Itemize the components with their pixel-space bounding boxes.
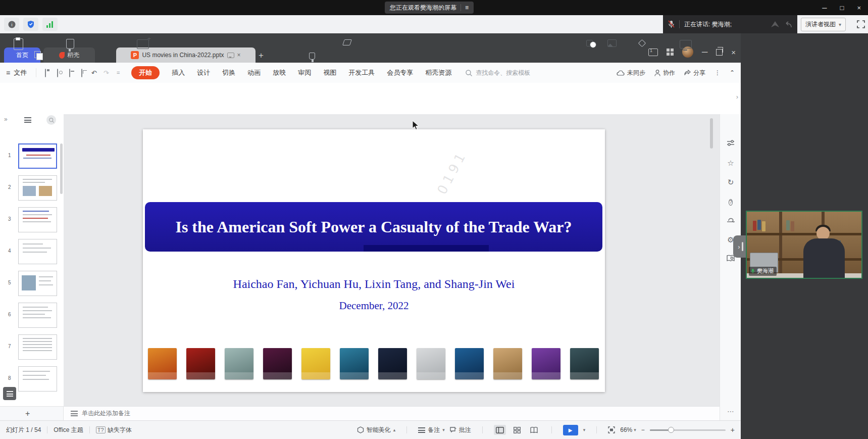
banner-menu-icon[interactable]: ≡: [465, 4, 469, 11]
panel-search-button[interactable]: [46, 115, 56, 125]
ribbon-more-icon[interactable]: ›: [736, 93, 738, 101]
slide-title-banner[interactable]: Is the American Soft Power a Casualty of…: [145, 202, 602, 252]
canvas-scrollbar[interactable]: [710, 118, 713, 149]
info-button[interactable]: i: [4, 18, 19, 31]
help-icon[interactable]: ?: [720, 197, 741, 207]
menu-transition[interactable]: 切换: [222, 68, 235, 77]
replay-loop-icon[interactable]: ↻: [720, 178, 741, 187]
slide-thumbnail-4[interactable]: [18, 239, 57, 264]
wps-minimize-icon[interactable]: ─: [702, 47, 707, 57]
comment-bubble-icon[interactable]: [227, 53, 234, 58]
fit-slide-icon[interactable]: [608, 426, 615, 433]
slide-thumbnail-5[interactable]: [18, 271, 57, 296]
customize-quickbar-icon[interactable]: =: [112, 70, 124, 76]
movie-poster-5[interactable]: [301, 348, 330, 379]
comments-button[interactable]: 批注: [450, 426, 471, 434]
menu-view[interactable]: 视图: [323, 68, 336, 77]
outline-view-icon[interactable]: [24, 117, 31, 123]
presenter-view-dropdown[interactable]: 演讲者视图 ▾: [801, 18, 846, 31]
single-component-icon[interactable]: [648, 48, 658, 56]
menu-insert[interactable]: 插入: [172, 68, 185, 77]
strip-more-icon[interactable]: ⋯: [720, 407, 741, 415]
normal-view-button[interactable]: [494, 425, 506, 435]
menu-animation[interactable]: 动画: [247, 68, 261, 77]
save-icon[interactable]: [39, 69, 52, 77]
slide-authors[interactable]: Haichao Fan, Yichuan Hu, Lixin Tang, and…: [143, 277, 605, 291]
smart-beautify-button[interactable]: 智能美化 ▴: [357, 426, 396, 434]
export-icon[interactable]: [52, 69, 64, 77]
collaborate-button[interactable]: 协作: [654, 69, 675, 77]
slide-sorter-view-button[interactable]: [511, 425, 523, 435]
command-search[interactable]: 查找命令、搜索模板: [466, 69, 530, 77]
menu-membership[interactable]: 会员专享: [387, 68, 413, 77]
wps-restore-icon[interactable]: [716, 49, 723, 56]
redo-icon[interactable]: ↷: [100, 69, 112, 77]
wps-close-icon[interactable]: ×: [731, 48, 736, 57]
beautify-star-icon[interactable]: ☆: [720, 159, 741, 168]
security-button[interactable]: [23, 18, 38, 31]
preview-icon[interactable]: [76, 69, 88, 77]
new-tab-button[interactable]: +: [259, 51, 264, 61]
zoom-level-button[interactable]: 66% ▾: [620, 426, 636, 433]
movie-poster-1[interactable]: [148, 348, 177, 379]
movie-poster-3[interactable]: [225, 348, 253, 379]
maximize-icon[interactable]: □: [840, 4, 844, 12]
notes-toggle-button[interactable]: 备注 ▾: [418, 426, 445, 434]
clear-format-icon[interactable]: [343, 39, 351, 45]
undo-icon[interactable]: ↶: [88, 69, 100, 77]
apps-grid-icon[interactable]: [667, 48, 674, 56]
movie-poster-8[interactable]: [417, 348, 445, 379]
movie-poster-11[interactable]: [532, 348, 560, 379]
close-icon[interactable]: ×: [857, 4, 861, 12]
share-button[interactable]: 分享: [684, 69, 705, 77]
collapse-ribbon-icon[interactable]: ⌃: [730, 69, 735, 76]
slide-date[interactable]: December, 2022: [143, 300, 605, 312]
slide-thumbnail-2[interactable]: [18, 175, 57, 201]
more-menu-icon[interactable]: ⋮: [714, 69, 721, 76]
slide-1[interactable]: 0191 Is the American Soft Power a Casual…: [143, 129, 605, 392]
slideshow-play-button[interactable]: ▶: [563, 425, 578, 435]
annotation-arrow-icon[interactable]: [771, 21, 780, 28]
movie-poster-9[interactable]: [455, 348, 484, 379]
tab-document[interactable]: P US movies in China-2022.pptx ×: [116, 47, 256, 63]
zoom-slider[interactable]: [650, 429, 726, 431]
webcam-tile[interactable]: 樊海潮: [746, 211, 862, 279]
theme-name[interactable]: Office 主题: [54, 426, 83, 434]
editor-canvas[interactable]: 0191 Is the American Soft Power a Casual…: [64, 114, 720, 406]
menu-slideshow[interactable]: 放映: [273, 68, 286, 77]
undo-annotation-icon[interactable]: [784, 21, 792, 28]
skin-center-icon[interactable]: [720, 216, 741, 223]
movie-poster-6[interactable]: [340, 348, 369, 379]
menu-review[interactable]: 审阅: [298, 68, 311, 77]
slide-thumbnail-8[interactable]: [18, 366, 57, 392]
slide-thumbnail-3[interactable]: [18, 207, 57, 232]
menu-docer-resources[interactable]: 稻壳资源: [425, 68, 451, 77]
panel-expand-icon[interactable]: »: [4, 116, 8, 123]
zoom-in-button[interactable]: +: [731, 426, 735, 434]
missing-font-button[interactable]: T? 缺失字体: [96, 426, 132, 434]
menu-design[interactable]: 设计: [197, 68, 210, 77]
zoom-slider-knob[interactable]: [668, 427, 674, 433]
movie-poster-10[interactable]: [493, 348, 522, 379]
network-button[interactable]: [42, 18, 58, 31]
fullscreen-icon[interactable]: [857, 20, 865, 28]
tab-close-icon[interactable]: ×: [237, 52, 241, 59]
object-properties-icon[interactable]: [720, 139, 741, 147]
menu-devtools[interactable]: 开发工具: [348, 68, 375, 77]
reading-view-button[interactable]: [528, 425, 540, 435]
add-slide-plus-button[interactable]: +: [25, 409, 30, 418]
slide-thumbnail-7[interactable]: [18, 334, 57, 360]
menu-start[interactable]: 开始: [131, 66, 160, 79]
notes-bar[interactable]: 单击此处添加备注: [64, 406, 720, 420]
movie-poster-12[interactable]: [570, 348, 599, 379]
sync-status-button[interactable]: 未同步: [617, 69, 645, 77]
menu-file[interactable]: ≡ 文件: [0, 68, 33, 77]
play-options-icon[interactable]: ▾: [583, 427, 586, 432]
panel-view-toggle-button[interactable]: [3, 387, 16, 400]
slide-thumbnail-1[interactable]: [18, 143, 57, 169]
slide-thumbnail-6[interactable]: [18, 303, 57, 328]
panel-scrollbar[interactable]: [60, 143, 63, 194]
zoom-out-button[interactable]: −: [641, 426, 645, 433]
movie-poster-4[interactable]: [263, 348, 292, 379]
movie-poster-2[interactable]: [186, 348, 215, 379]
